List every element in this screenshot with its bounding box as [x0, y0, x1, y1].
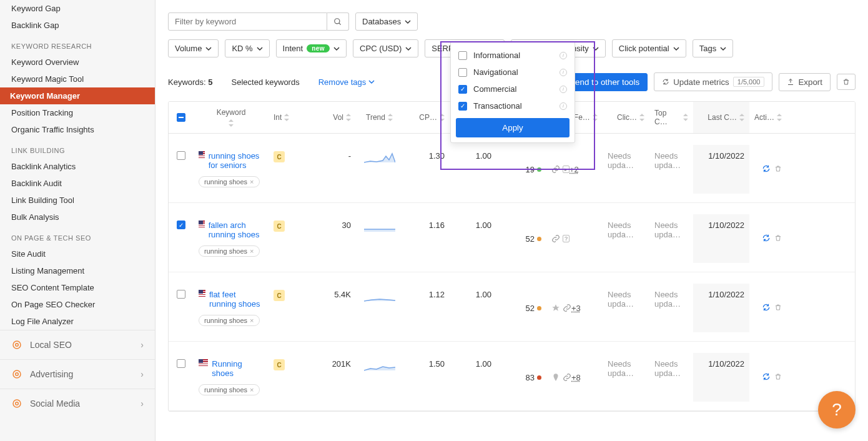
top-cell: Needs upda… [649, 145, 693, 194]
sidebar-item[interactable]: Organic Traffic Insights [0, 121, 155, 138]
checkbox[interactable] [458, 51, 467, 60]
chevron-down-icon [333, 46, 340, 52]
column-header[interactable]: Top C… [649, 102, 693, 133]
checkbox[interactable] [458, 102, 467, 111]
delete-row-icon[interactable] [774, 165, 782, 174]
delete-row-icon[interactable] [774, 304, 782, 313]
chevron-down-icon [673, 46, 679, 52]
row-checkbox[interactable] [177, 290, 185, 299]
column-header[interactable]: Vol [300, 102, 356, 133]
sidebar-item[interactable]: Keyword Magic Tool [0, 71, 155, 87]
sidebar-item: LINK BUILDING [0, 138, 155, 158]
tag-chip[interactable]: running shoes × [199, 245, 260, 257]
keyword-link[interactable]: Running shoes [212, 359, 264, 378]
sidebar-item[interactable]: Backlink Analytics [0, 158, 155, 175]
delete-row-icon[interactable] [774, 234, 782, 244]
tag-chip[interactable]: running shoes × [199, 384, 260, 395]
kd-cell: 52 [496, 284, 546, 332]
intent-option[interactable]: Navigationali [456, 64, 570, 81]
sidebar-item[interactable]: Log File Analyzer [0, 313, 155, 330]
info-icon[interactable]: i [560, 102, 567, 110]
cpc-cell: 1.50 [403, 353, 450, 402]
column-header[interactable]: Int [269, 102, 300, 133]
remove-tags-link[interactable]: Remove tags [318, 77, 375, 87]
filter-volume[interactable]: Volume [168, 39, 219, 57]
cpc-cell: 1.16 [403, 214, 450, 263]
column-header[interactable]: CP… [403, 102, 450, 133]
column-header[interactable]: Last C… [693, 102, 749, 133]
trash-icon [842, 78, 850, 86]
sidebar-item[interactable]: Backlink Audit [0, 175, 155, 192]
sidebar-item[interactable]: Keyword Gap [0, 0, 155, 17]
filter-cpc[interactable]: CPC (USD) [353, 39, 418, 57]
sidebar-item[interactable]: Link Building Tool [0, 192, 155, 209]
column-header[interactable]: Clic… [603, 102, 649, 133]
tag-chip[interactable]: running shoes × [199, 315, 260, 326]
serp-more[interactable]: +3 [571, 304, 581, 313]
column-header[interactable]: Acti… [749, 102, 787, 133]
info-icon[interactable]: i [560, 86, 567, 93]
refresh-row-icon[interactable] [762, 372, 771, 383]
select-all-checkbox[interactable] [177, 113, 185, 122]
keyword-link[interactable]: flat feet running shoes [209, 290, 264, 309]
serp-more[interactable]: +2 [570, 165, 579, 174]
apply-button[interactable]: Apply [456, 118, 570, 137]
svg-point-5 [16, 402, 19, 405]
sidebar-item[interactable]: Keyword Manager [0, 87, 155, 104]
sidebar-item: KEYWORD RESEARCH [0, 34, 155, 54]
sidebar-item[interactable]: SEO Content Template [0, 279, 155, 296]
filter-click[interactable]: Click potential [612, 39, 686, 57]
intent-option[interactable]: Commerciali [456, 81, 570, 97]
row-checkbox[interactable] [177, 151, 185, 160]
checkbox[interactable] [458, 85, 467, 94]
keyword-link[interactable]: running shoes for seniors [209, 151, 264, 170]
intent-option[interactable]: Transactionali [456, 97, 570, 114]
column-header[interactable]: Keyword [194, 102, 269, 133]
checkbox[interactable] [458, 68, 467, 77]
chevron-right-icon: › [141, 340, 144, 350]
info-icon[interactable]: i [560, 52, 567, 59]
export-button[interactable]: Export [779, 73, 831, 91]
sidebar-item[interactable]: Bulk Analysis [0, 209, 155, 225]
row-checkbox[interactable] [177, 359, 185, 368]
delete-row-icon[interactable] [774, 373, 782, 382]
tag-chip[interactable]: running shoes × [199, 176, 260, 187]
us-flag-icon [199, 151, 205, 158]
filter-kd[interactable]: KD % [225, 39, 269, 57]
info-icon[interactable]: i [560, 69, 567, 76]
filter-keyword-input[interactable] [168, 12, 327, 31]
intent-option[interactable]: Informationali [456, 47, 570, 64]
help-button[interactable]: ? [818, 391, 856, 429]
databases-dropdown[interactable]: Databases [355, 12, 418, 31]
sidebar-item[interactable]: Listing Management [0, 262, 155, 279]
delete-all-button[interactable] [837, 74, 856, 90]
sidebar-collapse-item[interactable]: Advertising› [0, 359, 155, 389]
remove-tag-icon[interactable]: × [250, 317, 254, 324]
refresh-row-icon[interactable] [762, 234, 771, 244]
sidebar-item[interactable]: Backlink Gap [0, 17, 155, 34]
cpc-cell: 1.12 [403, 284, 450, 332]
click-cell: Needs upda… [603, 353, 649, 402]
row-checkbox[interactable] [177, 220, 185, 229]
search-button[interactable] [327, 12, 349, 31]
remove-tag-icon[interactable]: × [250, 178, 254, 186]
com-cell: 1.00 [450, 284, 496, 332]
sidebar-item[interactable]: Site Audit [0, 245, 155, 262]
sidebar-item[interactable]: Keyword Overview [0, 54, 155, 71]
refresh-row-icon[interactable] [762, 164, 771, 175]
column-header[interactable]: Trend [356, 102, 403, 133]
sidebar-collapse-item[interactable]: Local SEO› [0, 330, 155, 359]
sidebar-item[interactable]: Position Tracking [0, 104, 155, 121]
remove-tag-icon[interactable]: × [250, 386, 254, 394]
us-flag-icon [199, 290, 205, 297]
update-metrics-button[interactable]: Update metrics 1/5,000 [654, 72, 772, 91]
sidebar-collapse-item[interactable]: Social Media› [0, 389, 155, 418]
filter-intent[interactable]: Intentnew [276, 39, 347, 57]
serp-more[interactable]: +8 [571, 373, 581, 382]
refresh-row-icon[interactable] [762, 303, 771, 314]
keyword-link[interactable]: fallen arch running shoes [209, 220, 264, 239]
filter-tags[interactable]: Tags [693, 39, 733, 57]
sort-icon [739, 114, 744, 121]
remove-tag-icon[interactable]: × [250, 247, 254, 255]
sidebar-item[interactable]: On Page SEO Checker [0, 296, 155, 313]
